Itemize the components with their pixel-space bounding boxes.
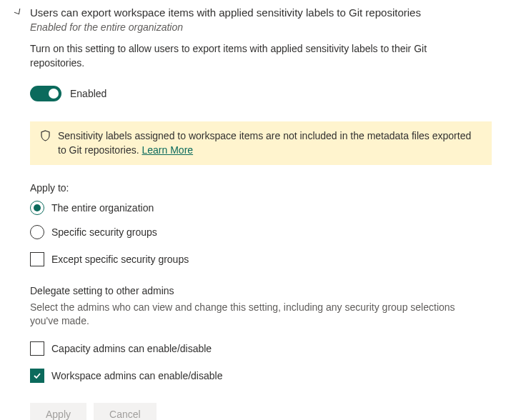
radio-entire-org[interactable]: The entire organization bbox=[30, 201, 492, 215]
collapse-icon[interactable] bbox=[14, 7, 21, 17]
setting-description: Turn on this setting to allow users to e… bbox=[30, 41, 459, 71]
checkbox-label: Except specific security groups bbox=[51, 254, 189, 265]
apply-button[interactable]: Apply bbox=[30, 403, 86, 420]
checkmark-icon bbox=[32, 371, 42, 381]
checkbox-workspace-admins[interactable]: Workspace admins can enable/disable bbox=[30, 369, 492, 383]
checkbox-capacity-admins[interactable]: Capacity admins can enable/disable bbox=[30, 341, 492, 356]
cancel-button[interactable]: Cancel bbox=[94, 403, 157, 420]
learn-more-link[interactable]: Learn More bbox=[142, 144, 194, 156]
radio-label: The entire organization bbox=[51, 202, 154, 214]
radio-icon bbox=[30, 225, 44, 239]
checkbox-except-groups[interactable]: Except specific security groups bbox=[30, 252, 492, 266]
radio-label: Specific security groups bbox=[51, 226, 157, 238]
apply-to-label: Apply to: bbox=[30, 182, 492, 194]
radio-specific-groups[interactable]: Specific security groups bbox=[30, 225, 492, 239]
checkbox-icon bbox=[30, 341, 44, 356]
checkbox-icon bbox=[30, 369, 44, 383]
shield-icon bbox=[40, 130, 51, 145]
delegate-description: Select the admins who can view and chang… bbox=[30, 301, 459, 329]
info-text: Sensitivity labels assigned to workspace… bbox=[58, 129, 482, 158]
checkbox-label: Workspace admins can enable/disable bbox=[51, 370, 222, 381]
radio-icon bbox=[30, 201, 44, 215]
setting-title: Users can export workspace items with ap… bbox=[30, 6, 421, 20]
checkbox-icon bbox=[30, 252, 44, 266]
delegate-title: Delegate setting to other admins bbox=[30, 285, 492, 296]
info-banner: Sensitivity labels assigned to workspace… bbox=[30, 121, 492, 165]
enabled-toggle-label: Enabled bbox=[70, 88, 106, 99]
checkbox-label: Capacity admins can enable/disable bbox=[51, 343, 212, 354]
setting-subtitle: Enabled for the entire organization bbox=[30, 21, 421, 33]
info-message: Sensitivity labels assigned to workspace… bbox=[58, 130, 471, 156]
enabled-toggle[interactable] bbox=[30, 86, 61, 101]
